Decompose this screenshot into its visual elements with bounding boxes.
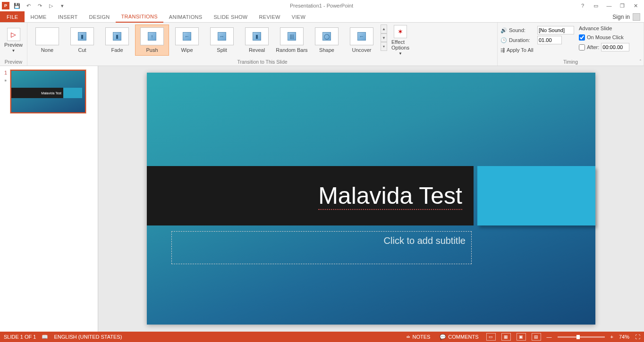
apply-all-icon: ⇶ [500, 47, 505, 53]
comments-button[interactable]: 💬 COMMENTS [438, 334, 480, 340]
transition-split[interactable]: ↔Split [205, 25, 239, 56]
transition-label: Reveal [249, 47, 265, 53]
transition-cut[interactable]: ▮Cut [65, 25, 99, 56]
preview-label: Preview [4, 42, 23, 48]
qat-customize-button[interactable]: ▾ [58, 1, 67, 10]
normal-view-button[interactable]: ▭ [486, 333, 496, 341]
transition-label: Random Bars [276, 47, 307, 53]
undo-button[interactable]: ↶ [24, 1, 33, 10]
preview-button[interactable]: ▷ Preview ▼ [3, 25, 24, 56]
transition-thumb-icon: ◯ [315, 27, 339, 45]
on-mouse-click-label: On Mouse Click [587, 34, 624, 40]
language-button[interactable]: ENGLISH (UNITED STATES) [54, 334, 122, 340]
transition-push[interactable]: ↑Push [135, 25, 169, 56]
effect-options-label: EffectOptions [391, 39, 409, 50]
group-timing-label: Timing [500, 58, 641, 66]
sign-in-label: Sign in [612, 14, 630, 20]
transition-random-bars[interactable]: |||Random Bars [275, 25, 309, 56]
play-icon: ▷ [7, 28, 20, 41]
sound-icon: 🔊 [500, 27, 507, 33]
tab-animations[interactable]: ANIMATIONS [163, 11, 208, 22]
zoom-slider[interactable] [558, 336, 605, 338]
transition-label: Push [146, 47, 158, 53]
collapse-ribbon-button[interactable]: ˆ [640, 59, 641, 65]
thumb-accent [63, 88, 82, 98]
minimize-button[interactable]: — [602, 1, 616, 10]
on-mouse-click-checkbox[interactable] [579, 34, 585, 41]
help-button[interactable]: ? [576, 1, 589, 10]
tab-slideshow[interactable]: SLIDE SHOW [208, 11, 253, 22]
slide-canvas[interactable]: Malavida Test Click to add subtitle [147, 73, 595, 325]
notes-button[interactable]: ≐ NOTES [404, 334, 432, 340]
tab-transitions[interactable]: TRANSITIONS [116, 11, 163, 23]
status-bar: SLIDE 1 OF 1 📖 ENGLISH (UNITED STATES) ≐… [0, 332, 644, 342]
transition-fade[interactable]: ▮Fade [100, 25, 134, 56]
close-button[interactable]: ✕ [629, 1, 642, 10]
title-band: Malavida Test [147, 166, 474, 225]
fit-to-window-button[interactable]: ⛶ [635, 334, 640, 340]
slide-thumbnail-1[interactable]: Malavida Test [10, 70, 86, 113]
after-input[interactable] [601, 43, 629, 51]
slide-editor: Malavida Test Click to add subtitle [98, 66, 644, 332]
slideshow-view-button[interactable]: ▤ [532, 333, 541, 341]
transition-uncover[interactable]: ←Uncover [345, 25, 379, 56]
tab-view[interactable]: VIEW [286, 11, 311, 22]
transition-thumb-icon: ||| [280, 27, 304, 45]
tab-home[interactable]: HOME [25, 11, 52, 22]
transition-thumb-icon: ← [350, 27, 373, 45]
gallery-up-button[interactable]: ▲ [381, 25, 387, 33]
transition-wipe[interactable]: ←Wipe [170, 25, 204, 56]
transition-label: Cut [78, 47, 86, 53]
after-checkbox[interactable] [579, 44, 585, 50]
transition-thumb-icon: ← [175, 27, 199, 45]
save-button[interactable]: 💾 [12, 1, 22, 10]
transition-none[interactable]: None [30, 25, 64, 56]
transition-thumb-icon: ▮ [105, 27, 129, 45]
apply-to-all-button[interactable]: Apply To All [507, 47, 534, 53]
app-icon: P [2, 2, 9, 9]
start-from-beginning-button[interactable]: ▷ [46, 1, 56, 10]
group-timing: 🔊 Sound: 🕒 Duration: ⇶ Apply To All Adva… [498, 23, 644, 66]
reading-view-button[interactable]: ▣ [517, 333, 526, 341]
sign-in-link[interactable]: Sign in [609, 11, 644, 22]
transition-label: Uncover [352, 47, 372, 53]
slide-title-text[interactable]: Malavida Test [318, 182, 462, 209]
slide-panel: 1 ✶ Malavida Test [0, 66, 98, 332]
after-label: After: [587, 44, 599, 50]
effect-options-button[interactable]: ✶EffectOptions▼ [388, 25, 413, 56]
chevron-down-icon: ▼ [398, 51, 402, 56]
sound-select[interactable] [537, 26, 574, 34]
gallery-down-button[interactable]: ▼ [381, 33, 387, 42]
duration-input[interactable] [537, 36, 562, 44]
transition-shape[interactable]: ◯Shape [310, 25, 344, 56]
zoom-out-button[interactable]: — [547, 334, 552, 340]
maximize-button[interactable]: ❐ [616, 1, 629, 10]
spellcheck-icon[interactable]: 📖 [42, 334, 48, 340]
transition-thumb-icon: ▮ [70, 27, 94, 45]
transition-label: Wipe [181, 47, 193, 53]
zoom-level[interactable]: 74% [619, 334, 629, 340]
slide-number: 1 [4, 70, 7, 75]
tab-design[interactable]: DESIGN [84, 11, 116, 22]
gallery-more-button[interactable]: ▾ [381, 42, 387, 51]
transition-label: Shape [319, 47, 334, 53]
tab-file[interactable]: FILE [0, 11, 25, 22]
ribbon-options-button[interactable]: ▭ [589, 1, 602, 10]
accent-block [477, 166, 595, 225]
work-area: 1 ✶ Malavida Test Malavida Test Click to… [0, 66, 644, 332]
sorter-view-button[interactable]: ▦ [501, 333, 511, 341]
subtitle-placeholder[interactable]: Click to add subtitle [171, 231, 472, 264]
clock-icon: 🕒 [500, 37, 507, 43]
tab-review[interactable]: REVIEW [254, 11, 286, 22]
avatar-icon [633, 13, 640, 21]
redo-button[interactable]: ↷ [35, 1, 44, 10]
transition-label: None [41, 47, 53, 53]
transition-thumb-icon: ▮ [245, 27, 269, 45]
subtitle-text: Click to add subtitle [384, 235, 466, 246]
transition-reveal[interactable]: ▮Reveal [240, 25, 274, 56]
transition-indicator-icon: ✶ [4, 78, 8, 83]
tab-insert[interactable]: INSERT [52, 11, 84, 22]
title-bar: P 💾 ↶ ↷ ▷ ▾ Presentation1 - PowerPoint ?… [0, 0, 644, 11]
transition-thumb-icon: ↔ [210, 27, 234, 45]
zoom-in-button[interactable]: + [610, 334, 613, 340]
